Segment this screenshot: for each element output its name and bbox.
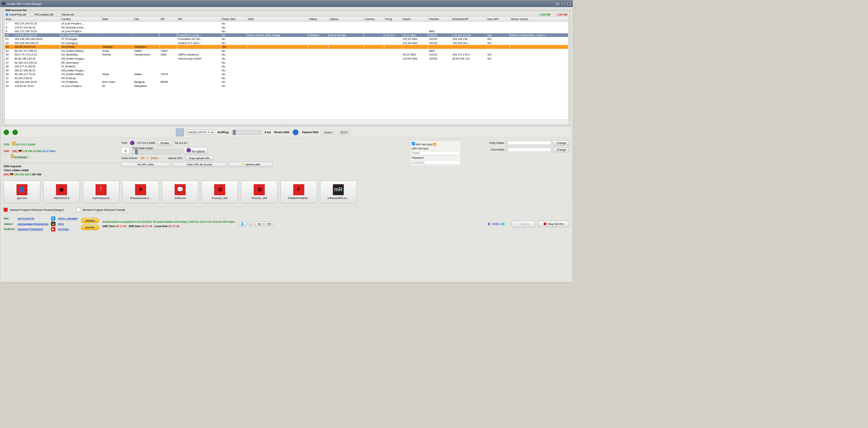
col-State[interactable]: State <box>101 17 133 21</box>
minimize-button[interactable]: _ <box>555 1 560 6</box>
wifi-name-input[interactable] <box>412 151 459 155</box>
col-Status[interactable]: Status <box>308 17 329 21</box>
app-icon <box>2 2 6 6</box>
jabber-link[interactable]: sshmanager@exploit.im <box>17 222 48 225</box>
radio-geoipcity[interactable]: GeoIPCity.dat <box>6 13 26 16</box>
tor-chain-length-value[interactable]: 3 <box>121 147 129 154</box>
table-row[interactable]: 29185.27.246.38:22GB (United Kingdo...No <box>5 68 568 73</box>
entry-nodes-input[interactable] <box>507 141 551 145</box>
table-row[interactable]: 3192.243.2.69:22FR (France)No <box>5 76 568 80</box>
onion-icon <box>130 141 135 145</box>
launcher-icon: 🖥 <box>214 184 225 195</box>
wifi-hotspot-checkbox[interactable]: WiFi Hot-Spot 📶 <box>412 142 459 146</box>
clear-url-list-button[interactable]: Clear URL list (0 pcs) <box>173 162 226 167</box>
telegram-link[interactable]: @ssh_manager <box>58 217 78 220</box>
footer: Site:ssh-tunnel.in✈@ssh_manager Jabber:s… <box>3 214 570 233</box>
col-Has UDP[interactable]: Has UDP <box>486 17 510 21</box>
ssh-table[interactable]: HostCountryStateCityZIPISPPublic SSHDNSS… <box>4 17 568 124</box>
globe-button[interactable]: 🌐 <box>239 222 246 226</box>
donate-button[interactable]: Donate <box>81 225 99 230</box>
radio-whoer[interactable]: Whoer.net <box>58 13 74 16</box>
firewall-legend-row: Allowed Program Windows Firewall (Danger… <box>3 206 570 213</box>
tor-restart-button[interactable]: Restart <box>157 141 172 145</box>
tor-toggle-button[interactable]: Tor <box>255 222 263 226</box>
col-City[interactable]: City <box>133 17 159 21</box>
launcher-icon: 📍 <box>96 184 107 195</box>
table-row[interactable]: 28194.177.4.133:22PL (Poland)No <box>5 64 568 68</box>
table-row[interactable]: 20178.254.10.206:22DE (Germany)EVANZO e-… <box>5 33 568 37</box>
col-Proxy[interactable]: Proxy <box>384 17 402 21</box>
col-num[interactable] <box>13 17 60 21</box>
dhcp-button[interactable]: DHCP <box>338 130 350 135</box>
launcher-mRemoteNG-ex-[interactable]: mRmRemoteNG.ex... <box>320 181 357 203</box>
col-ISP[interactable]: ISP <box>177 17 220 21</box>
titlebar[interactable]: Double SSH Tunnel Manager _ ▢ ✕ <box>0 0 573 7</box>
col-ZIP[interactable]: ZIP <box>159 17 177 21</box>
table-row[interactable]: 8176.57.215.56:22RU (Russian Fede...No <box>5 26 568 30</box>
table-row[interactable]: 2746.163.114.152:22DE (Germany)No <box>5 61 568 65</box>
col-Uptime[interactable]: Uptime <box>329 17 364 21</box>
copy-upload-url-button[interactable]: Copy upload URL <box>186 155 213 160</box>
launcher-SSH-SOCKS[interactable]: ◉SSH/SOCKS <box>43 181 80 203</box>
launcher-Fiddler4Portable-[interactable]: FFiddler4Portable... <box>280 181 317 203</box>
radio-ip2location[interactable]: IP2Location.DB <box>30 13 53 16</box>
status-led-2[interactable] <box>13 129 18 135</box>
maximize-button[interactable]: ▢ <box>561 1 565 6</box>
col-DestinationIP[interactable]: DestinationIP <box>451 17 486 21</box>
youtube-link[interactable]: YouTube <box>58 228 78 231</box>
qtox-link[interactable]: qTox <box>58 222 78 225</box>
dns-icon[interactable] <box>293 129 298 135</box>
status-led-1[interactable] <box>4 129 9 135</box>
entry-nodes-change-button[interactable]: Change <box>554 141 570 145</box>
table-row[interactable]: 7202.137.154.51:22LA (Lao People's ...No <box>5 21 568 26</box>
stop-socks-button[interactable]: Stop SOCKS <box>538 221 570 227</box>
upload-bandwidth: ↑ 0,00 MB <box>555 13 567 16</box>
upload-path-button[interactable]: 📁 Upload path <box>229 162 273 167</box>
exit-nodes-input[interactable] <box>507 148 551 152</box>
launcher-torIM-exe[interactable]: 💬torIM.exe <box>162 181 199 203</box>
col-DNS[interactable]: DNS <box>247 17 308 21</box>
col-Comme...[interactable]: Comme... <box>364 17 384 21</box>
utilities-button[interactable]: Utilities <box>81 218 99 223</box>
time-row: GMT time:18:17:46 SSH time:19:17:46 Loca… <box>102 225 235 228</box>
table-row[interactable]: 23182.92.233.97:22CN (China)ZhejiangHang… <box>5 45 568 49</box>
one-button[interactable]: 1 <box>248 222 254 226</box>
all-url-links-button[interactable]: All URL Links <box>121 162 170 167</box>
col-Country[interactable]: Country <box>60 17 101 21</box>
options-button[interactable]: ✂ Options <box>511 220 536 227</box>
horizontal-scrollbar[interactable]: ···· <box>5 119 568 124</box>
table-row[interactable]: 9202.137.154.76:22LA (Lao People's ...No… <box>5 29 568 33</box>
tor-options-button[interactable]: Tor options <box>183 147 208 154</box>
fw-toggle-button[interactable]: FW <box>265 222 273 226</box>
close-button[interactable]: ✕ <box>566 1 571 6</box>
table-row[interactable]: 22193.226.204.250:22HU (Hungary)Invitech… <box>5 41 568 45</box>
launcher-icon: 💬 <box>175 184 186 195</box>
ssh-chain-indicator: 🖥 ->SSH->🌐 ❔ <box>487 222 509 226</box>
exit-nodes-change-button[interactable]: Change <box>554 147 570 152</box>
col-Public SSH[interactable]: Public SSH <box>221 17 247 21</box>
tor-chain-slider[interactable] <box>132 150 181 154</box>
table-row[interactable]: 2466.221.217.206:22US (United States)Tex… <box>5 49 568 53</box>
site-link[interactable]: ssh-tunnel.in <box>17 217 48 220</box>
antiping-slider[interactable] <box>232 130 261 135</box>
search-button[interactable]: Search <box>322 130 335 135</box>
table-row[interactable]: 21193.136.196.156:22222PT (Portugal)Foun… <box>5 37 568 41</box>
table-row[interactable]: 2680.90.199.120:22GB (United Kingdo...Ho… <box>5 57 568 61</box>
table-row[interactable]: 33115.84.92.72:22LA (Lao People's ...00S… <box>5 84 568 88</box>
col-Server version[interactable]: Server version <box>510 17 568 21</box>
window-title: Double SSH Tunnel Manager <box>7 2 555 5</box>
launcher-Process_x86[interactable]: 🖥Process_x86 <box>202 181 238 203</box>
launcher-qtox-exe[interactable]: 👤qtox.exe <box>4 181 40 203</box>
col-Speed[interactable]: Speed <box>402 17 428 21</box>
launcher-Shadowsocks-e-[interactable]: ✈Shadowsocks.e... <box>122 181 159 203</box>
launcher-Process_x64[interactable]: 🖥Process_x64 <box>241 181 277 203</box>
launcher-myPrivacy-exe[interactable]: 📍myPrivacy.exe <box>83 181 119 203</box>
table-row[interactable]: 32180.183.244.33:22TH (Thailand)Khon Kae… <box>5 80 568 84</box>
col-Checker[interactable]: Checker <box>428 17 451 21</box>
col-Host[interactable]: Host <box>5 17 14 21</box>
wifi-password-input[interactable] <box>412 160 459 165</box>
table-row[interactable]: 25203.175.178.15:22AU (Australia)Victori… <box>5 53 568 57</box>
table-row[interactable]: 3096.126.117.72:22US (United States)Texa… <box>5 72 568 76</box>
nic-select[interactable]: Intel(R) 82574L G <box>187 130 214 135</box>
torim-link[interactable]: manager77bjdqdm4 <box>17 228 48 231</box>
